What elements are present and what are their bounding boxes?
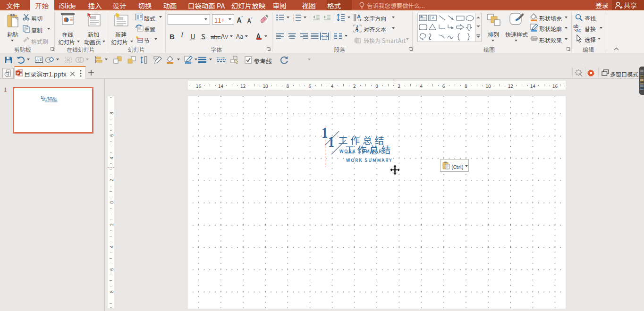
- svg-text:A: A: [432, 16, 434, 19]
- svg-text:ac: ac: [576, 28, 581, 33]
- svg-text:P: P: [17, 71, 19, 76]
- svg-text:A: A: [36, 58, 39, 62]
- svg-text:A: A: [420, 15, 423, 18]
- svg-text:A: A: [357, 14, 361, 19]
- svg-text:3: 3: [293, 18, 294, 21]
